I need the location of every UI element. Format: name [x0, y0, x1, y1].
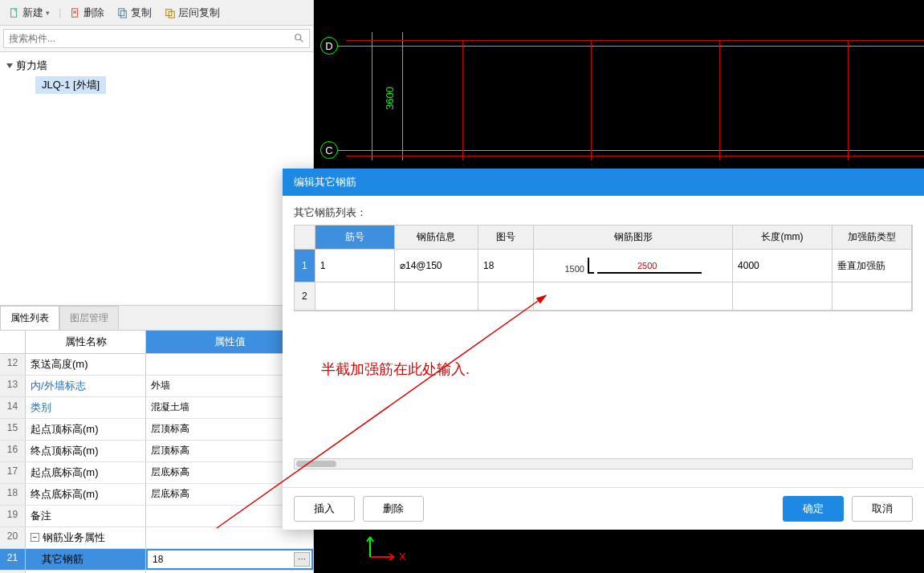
cell-shape[interactable]: 1500 2500: [534, 250, 733, 282]
property-tabs: 属性列表 图层管理: [0, 306, 313, 331]
col-info[interactable]: 钢筋信息: [395, 226, 478, 250]
property-row[interactable]: 22保护层厚...(15): [0, 571, 313, 574]
dialog-list-label: 其它钢筋列表：: [294, 205, 913, 220]
property-row[interactable]: 13内/外墙标志外墙: [0, 376, 313, 397]
property-row[interactable]: 12泵送高度(m): [0, 354, 313, 376]
col-th[interactable]: 图号: [478, 226, 534, 250]
layer-copy-button[interactable]: 层间复制: [161, 3, 224, 22]
col-shape[interactable]: 钢筋图形: [534, 226, 733, 250]
dimension-label: 3600: [384, 87, 396, 110]
edit-rebar-dialog: 编辑其它钢筋 其它钢筋列表： 筋号 钢筋信息 图号 钢筋图形 长度(mm) 加强…: [283, 169, 924, 530]
property-table: 属性名称 属性值 12泵送高度(m)13内/外墙标志外墙14类别混凝土墙15起点…: [0, 331, 313, 574]
tab-layers[interactable]: 图层管理: [59, 306, 119, 330]
svg-rect-1: [72, 8, 78, 17]
ellipsis-button[interactable]: ⋯: [294, 552, 310, 567]
svg-rect-0: [11, 8, 17, 17]
property-row[interactable]: 15起点顶标高(m)层顶标高: [0, 419, 313, 441]
table-row[interactable]: 2: [295, 282, 912, 311]
grid-label-c: C: [320, 141, 338, 159]
dialog-title: 编辑其它钢筋: [283, 169, 924, 196]
dialog-footer: 插入 删除 确定 取消: [283, 487, 924, 530]
property-row[interactable]: 19备注: [0, 506, 313, 527]
cell-len[interactable]: 4000: [733, 250, 832, 282]
property-row[interactable]: 17起点底标高(m)层底标高: [0, 462, 313, 484]
property-row[interactable]: 18终点底标高(m)层底标高: [0, 484, 313, 506]
col-rownum: [295, 226, 315, 250]
cell-jh[interactable]: 1: [315, 250, 395, 282]
col-type[interactable]: 加强筋类型: [832, 226, 912, 250]
delete-button[interactable]: 删除: [66, 3, 108, 22]
copy-button[interactable]: 复制: [113, 3, 156, 22]
property-row[interactable]: 14类别混凝土墙: [0, 397, 313, 419]
svg-rect-2: [119, 8, 124, 15]
rebar-table: 筋号 钢筋信息 图号 钢筋图形 长度(mm) 加强筋类型 1 1 ⌀14@150…: [294, 225, 913, 311]
svg-point-6: [295, 35, 301, 40]
prop-header-name: 属性名称: [26, 331, 146, 353]
copy-icon: [117, 7, 128, 18]
toolbar: 新建▾ | 删除 复制 层间复制: [0, 0, 313, 26]
layer-copy-icon: [165, 7, 176, 18]
horizontal-scrollbar[interactable]: [294, 458, 913, 469]
axis-x-label: X: [399, 551, 406, 563]
cell-type[interactable]: 垂直加强筋: [832, 250, 912, 282]
svg-rect-3: [121, 10, 127, 18]
insert-button[interactable]: 插入: [294, 496, 355, 522]
annotation-text: 半截加强筋在此处输入.: [321, 360, 470, 379]
table-row[interactable]: 1 1 ⌀14@150 18 1500 2500 4000 垂直加强筋: [295, 250, 912, 282]
ok-button[interactable]: 确定: [783, 496, 844, 522]
tab-properties[interactable]: 属性列表: [0, 306, 59, 330]
rownum-2: 2: [295, 282, 315, 311]
delete-icon: [70, 7, 81, 18]
property-row[interactable]: 16终点顶标高(m)层顶标高: [0, 441, 313, 462]
rownum-1: 1: [295, 250, 315, 282]
expand-icon: [6, 63, 13, 68]
col-len[interactable]: 长度(mm): [733, 226, 832, 250]
property-row[interactable]: 21其它钢筋18⋯: [0, 549, 313, 571]
file-icon: [9, 7, 20, 18]
col-jh[interactable]: 筋号: [315, 226, 395, 250]
cell-th[interactable]: 18: [478, 250, 534, 282]
search-row: [0, 26, 313, 52]
new-button[interactable]: 新建▾: [5, 3, 54, 22]
dropdown-icon: ▾: [46, 9, 50, 17]
delete-row-button[interactable]: 删除: [363, 496, 424, 522]
grid-label-d: D: [320, 37, 338, 55]
tree-child-jlq1[interactable]: JLQ-1 [外墙]: [35, 76, 106, 94]
cancel-button[interactable]: 取消: [852, 496, 913, 522]
component-tree: 剪力墙 JLQ-1 [外墙]: [0, 52, 313, 306]
search-icon[interactable]: [294, 33, 305, 44]
left-panel: 新建▾ | 删除 复制 层间复制 剪力墙: [0, 0, 314, 573]
search-input[interactable]: [3, 29, 310, 48]
tree-root[interactable]: 剪力墙: [6, 57, 307, 75]
property-row[interactable]: 20−钢筋业务属性: [0, 527, 313, 549]
cell-info[interactable]: ⌀14@150: [395, 250, 478, 282]
